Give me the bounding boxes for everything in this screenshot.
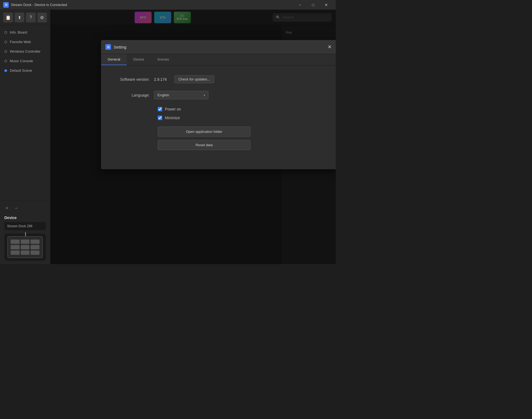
device-key-2 — [21, 240, 30, 244]
add-scene-button[interactable]: + — [4, 204, 10, 212]
device-key-5 — [21, 245, 30, 249]
device-key-9 — [31, 250, 40, 255]
sidebar-update-btn[interactable]: ⬆ — [15, 13, 25, 22]
device-name: Stream Dock 298 — [4, 222, 46, 230]
modal-title: Setting — [114, 45, 323, 49]
sidebar-screenshot-btn[interactable]: 📋 — [3, 13, 13, 22]
power-on-row: Power on — [158, 107, 325, 111]
minimize-checkbox[interactable] — [158, 116, 162, 120]
app-title: Stream Dock - Device is Connected — [11, 3, 294, 7]
settings-modal: ⊞ Setting ✕ General Device Scenes Softwa… — [101, 40, 336, 169]
device-visual — [4, 234, 46, 261]
sidebar-item-windows-controller[interactable]: Windows Controller — [0, 47, 50, 56]
software-version-label: Software version: — [114, 77, 150, 82]
language-select[interactable]: English Chinese Japanese Korean — [154, 91, 208, 99]
sidebar-help-btn[interactable]: ? — [26, 13, 36, 22]
nav-dot-music-console — [4, 60, 7, 62]
open-folder-button[interactable]: Open application folder — [158, 127, 250, 137]
maximize-button[interactable]: □ — [307, 1, 319, 9]
device-key-1 — [11, 240, 20, 244]
app-icon: ⊞ — [3, 2, 9, 8]
sidebar-nav: Info. Board Favorite Web Windows Control… — [0, 25, 50, 201]
nav-label-favorite-web: Favorite Web — [10, 40, 31, 44]
sidebar-toolbar: 📋 ⬆ ? ⚙ — [0, 10, 50, 25]
sidebar-item-default-scene[interactable]: Default Scene — [0, 66, 50, 75]
close-button[interactable]: ✕ — [320, 1, 332, 9]
tab-general[interactable]: General — [101, 54, 127, 65]
device-key-8 — [21, 250, 30, 255]
language-row: Language: English Chinese Japanese Korea… — [114, 91, 325, 99]
device-key-4 — [11, 245, 20, 249]
minimize-row: Minimize — [158, 116, 325, 120]
modal-title-bar: ⊞ Setting ✕ — [101, 40, 336, 54]
device-key-6 — [31, 245, 40, 249]
device-key-3 — [31, 240, 40, 244]
nav-label-info-board: Info. Board — [10, 30, 27, 34]
software-version-value: 2.9.174 — [154, 77, 167, 82]
tab-device[interactable]: Device — [127, 54, 151, 65]
device-body — [7, 236, 43, 258]
modal-title-icon: ⊞ — [105, 44, 111, 50]
power-on-label: Power on — [165, 107, 181, 111]
sidebar: 📋 ⬆ ? ⚙ Info. Board Favorite Web Windows… — [0, 10, 50, 264]
language-select-wrapper: English Chinese Japanese Korean — [154, 91, 208, 99]
sidebar-item-info-board[interactable]: Info. Board — [0, 28, 50, 37]
nav-label-default-scene: Default Scene — [10, 68, 32, 73]
nav-label-music-console: Music Console — [10, 59, 33, 63]
power-on-checkbox[interactable] — [158, 107, 162, 111]
checkboxes-section: Power on Minimize — [114, 107, 325, 120]
title-bar: ⊞ Stream Dock - Device is Connected − □ … — [0, 0, 336, 10]
sidebar-item-favorite-web[interactable]: Favorite Web — [0, 37, 50, 47]
sidebar-settings-btn[interactable]: ⚙ — [37, 13, 47, 22]
sidebar-item-music-console[interactable]: Music Console — [0, 56, 50, 66]
nav-dot-windows-controller — [4, 50, 7, 53]
modal-body: Software version: 2.9.174 Check for upda… — [101, 65, 336, 169]
device-key-grid — [8, 237, 42, 258]
remove-scene-button[interactable]: − — [14, 204, 19, 212]
software-version-row: Software version: 2.9.174 Check for upda… — [114, 75, 325, 83]
device-key-7 — [11, 250, 20, 255]
main-content: 34°C 17% C:\67% free 🔍 Key Dock layer ar… — [50, 10, 336, 264]
nav-label-windows-controller: Windows Controller — [10, 49, 41, 53]
minimize-label: Minimize — [165, 116, 180, 120]
nav-dot-info-board — [4, 31, 7, 34]
check-updates-button[interactable]: Check for updates... — [174, 75, 214, 83]
main-layout: 📋 ⬆ ? ⚙ Info. Board Favorite Web Windows… — [0, 10, 336, 264]
sidebar-bottom: + − Device Stream Dock 298 — [0, 201, 50, 264]
device-section-label: Device — [4, 216, 46, 220]
sidebar-actions: + − — [4, 204, 46, 212]
nav-dot-favorite-web — [4, 41, 7, 43]
nav-dot-default-scene — [4, 69, 7, 72]
modal-close-button[interactable]: ✕ — [326, 43, 333, 50]
language-label: Language: — [114, 93, 150, 97]
window-controls: − □ ✕ — [294, 1, 332, 9]
tab-scenes[interactable]: Scenes — [151, 54, 176, 65]
reset-data-button[interactable]: Reset data — [158, 140, 250, 150]
minimize-button[interactable]: − — [294, 1, 306, 9]
device-image — [4, 234, 46, 261]
device-cable — [25, 232, 26, 236]
modal-tabs: General Device Scenes — [101, 54, 336, 65]
